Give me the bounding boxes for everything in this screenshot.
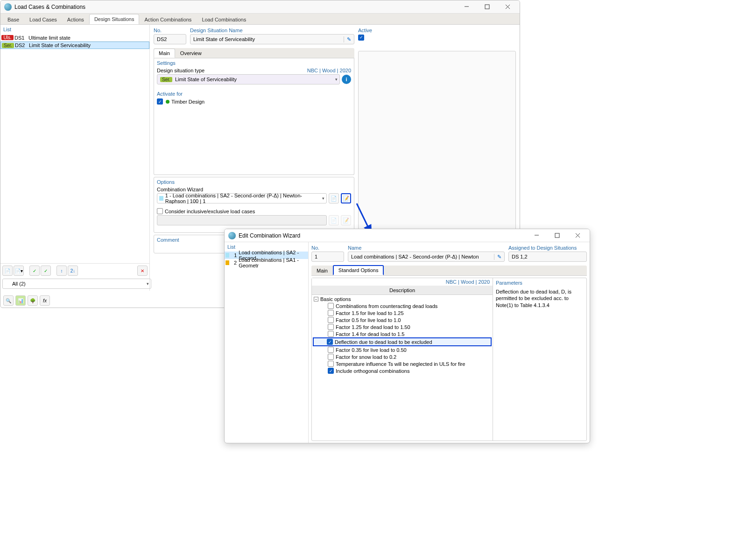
option-checkbox[interactable] [328, 361, 334, 367]
option-item[interactable]: Factor 1.4 for dead load to 1.5 [314, 330, 491, 337]
ds-list: Uls. DS1 Ultimate limit state Ser. DS2 L… [0, 34, 149, 263]
maximize-button[interactable] [477, 0, 497, 14]
option-label: Include orthogonal combinations [336, 368, 409, 374]
close-button[interactable] [497, 0, 518, 14]
search-button[interactable]: 🔍 [3, 295, 14, 306]
svg-rect-1 [485, 5, 489, 9]
option-item[interactable]: Deflection due to dead load to be exclud… [313, 337, 492, 346]
wizard-edit-button[interactable]: 📝 [341, 193, 351, 203]
sub-name-label: Name [348, 244, 505, 252]
row-name: Load combinations | SA1 - Geometr [239, 257, 307, 268]
option-label: Factor 1.4 for dead load to 1.5 [336, 331, 404, 337]
sub-title: Edit Combination Wizard [239, 232, 300, 239]
fx-button[interactable]: fx [40, 295, 50, 306]
row-num: 1 [231, 252, 237, 258]
delete-button[interactable]: ✕ [137, 266, 148, 276]
option-checkbox[interactable] [328, 324, 334, 330]
sub-no-label: No. [311, 244, 344, 252]
options-table: NBC | Wood | 2020 Description − Basic op… [311, 278, 587, 441]
consider-checkbox[interactable] [157, 208, 163, 214]
assigned-label: Assigned to Design Situations [508, 244, 587, 252]
wizard-row[interactable]: 2 Load combinations | SA1 - Geometr [225, 259, 308, 266]
new-dropdown-button[interactable]: 📄▾ [14, 266, 24, 276]
tab-design-situations[interactable]: Design Situations [89, 14, 140, 24]
sub-minimize-button[interactable] [526, 229, 547, 242]
options-title: Options [157, 179, 351, 185]
minimize-button[interactable] [456, 0, 477, 14]
sort-button[interactable]: ↕ [56, 266, 67, 276]
check-button[interactable]: ✓ [29, 266, 40, 276]
type-select[interactable]: Ser. Limit State of Serviceability ▾ [157, 74, 340, 84]
badge-ser: Ser. [160, 77, 172, 82]
option-checkbox[interactable] [328, 310, 334, 316]
svg-rect-6 [555, 233, 559, 238]
option-item[interactable]: Combinations from counteracting dead loa… [314, 302, 491, 309]
new-button[interactable]: 📄 [2, 266, 13, 276]
sub-code-tag: NBC | Wood | 2020 [312, 278, 493, 286]
option-item[interactable]: Temperature influence Ts will be neglect… [314, 360, 491, 367]
tab-base[interactable]: Base [2, 14, 24, 24]
option-label: Combinations from counteracting dead loa… [336, 303, 437, 309]
collapse-icon[interactable]: − [314, 297, 318, 301]
option-item[interactable]: Factor 0.5 for live load to 1.0 [314, 316, 491, 323]
edit-name-icon[interactable]: ✎ [494, 254, 504, 260]
tab-load-cases[interactable]: Load Cases [24, 14, 62, 24]
renumber-button[interactable]: 2↓ [68, 266, 78, 276]
option-checkbox[interactable] [328, 347, 334, 353]
subtab-overview[interactable]: Overview [175, 49, 207, 58]
app-icon [228, 232, 236, 239]
filter-value: All (2) [12, 281, 26, 287]
sub-no-input[interactable]: 1 [311, 252, 344, 262]
option-checkbox[interactable] [328, 317, 334, 323]
option-checkbox[interactable] [328, 368, 334, 374]
option-checkbox[interactable] [328, 331, 334, 337]
tab-actions[interactable]: Actions [62, 14, 89, 24]
name-input[interactable]: Limit State of Serviceability ✎ [190, 34, 354, 44]
option-item[interactable]: Include orthogonal combinations [314, 367, 491, 374]
sub-maximize-button[interactable] [547, 229, 567, 242]
calc-button[interactable]: 📊 [15, 295, 26, 306]
main-title: Load Cases & Combinations [14, 4, 85, 10]
basic-options-group[interactable]: − Basic options [314, 296, 491, 302]
option-item[interactable]: Factor 1.25 for dead load to 1.50 [314, 323, 491, 330]
code-tag: NBC | Wood | 2020 [307, 68, 351, 73]
active-checkbox[interactable] [358, 35, 364, 41]
option-item[interactable]: Factor 0.35 for live load to 0.50 [314, 346, 491, 353]
wizard-label: Combination Wizard [157, 187, 351, 192]
tab-load-combinations[interactable]: Load Combinations [197, 14, 251, 24]
option-item[interactable]: Factor 1.5 for live load to 1.25 [314, 309, 491, 316]
wizard-new-button[interactable]: 📄 [329, 193, 339, 203]
option-checkbox[interactable] [328, 354, 334, 360]
subtab-standard-options[interactable]: Standard Options [333, 265, 384, 275]
option-checkbox[interactable] [328, 303, 334, 309]
wizard-select[interactable]: 1 - Load combinations | SA2 - Second-ord… [157, 193, 327, 203]
tree-button[interactable]: 🌳 [28, 295, 38, 306]
timber-checkbox[interactable] [157, 98, 163, 105]
left-panel: List Uls. DS1 Ultimate limit state Ser. … [0, 25, 150, 291]
sub-close-button[interactable] [567, 229, 588, 242]
no-input[interactable]: DS2 [154, 34, 186, 44]
option-checkbox[interactable] [327, 339, 333, 345]
ds-row-selected[interactable]: Ser. DS2 Limit State of Serviceability [0, 42, 149, 49]
filter-select[interactable]: All (2) ▾ [2, 279, 151, 289]
color-chip-icon [159, 196, 163, 201]
name-value: Limit State of Serviceability [193, 36, 344, 42]
inclusive-select [157, 215, 327, 225]
sub-tabs: Main Overview [154, 48, 354, 58]
edit-name-icon[interactable]: ✎ [344, 36, 354, 42]
params-text: Deflection due to dead load, D, is permi… [496, 288, 584, 308]
tab-action-combinations[interactable]: Action Combinations [139, 14, 197, 24]
subtab-main[interactable]: Main [154, 49, 175, 58]
ds-row[interactable]: Uls. DS1 Ultimate limit state [0, 34, 149, 42]
sub-name-value: Load combinations | SA2 - Second-order (… [351, 254, 494, 259]
option-label: Factor 0.5 for live load to 1.0 [336, 317, 401, 323]
assigned-input[interactable]: DS 1,2 [508, 252, 587, 262]
option-item[interactable]: Factor for snow load to 0.2 [314, 353, 491, 360]
uncheck-button[interactable]: ✓ [41, 266, 51, 276]
option-label: Factor for snow load to 0.2 [336, 354, 396, 360]
sub-name-input[interactable]: Load combinations | SA2 - Second-order (… [348, 252, 505, 262]
option-label: Factor 0.35 for live load to 0.50 [336, 347, 407, 353]
info-icon[interactable]: i [342, 75, 351, 84]
subtab-main[interactable]: Main [311, 266, 333, 275]
settings-title: Settings [157, 60, 351, 66]
